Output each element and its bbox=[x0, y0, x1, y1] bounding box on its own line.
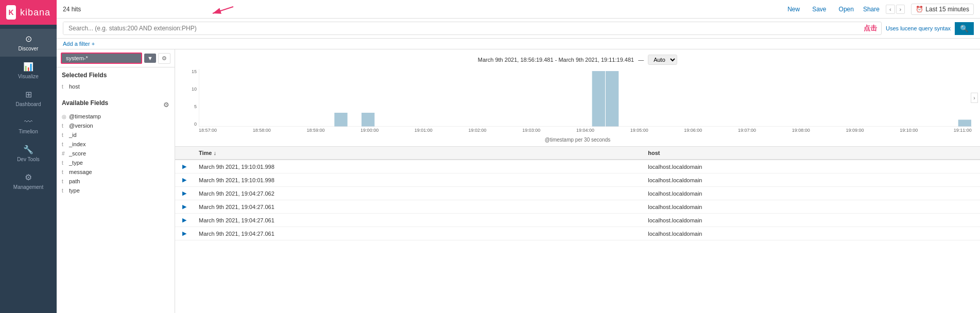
x-label-1857: 18:57:00 bbox=[199, 128, 217, 133]
sidebar-item-visualize[interactable]: 📊 Visualize bbox=[0, 57, 57, 84]
devtools-icon: 🔧 bbox=[23, 145, 33, 154]
selected-field-host: t host bbox=[62, 82, 169, 91]
save-button[interactable]: Save bbox=[809, 4, 829, 15]
new-button[interactable]: New bbox=[784, 4, 803, 15]
search-input[interactable] bbox=[63, 22, 859, 34]
available-fields-header: Available Fields ⚙ bbox=[57, 95, 175, 112]
x-axis-labels: 18:57:00 18:58:00 18:59:00 19:00:00 19:0… bbox=[199, 128, 972, 133]
row-host: localhost.localdomain bbox=[643, 160, 980, 173]
nav-arrows: ‹ › bbox=[886, 5, 905, 14]
field-name: _score bbox=[69, 150, 86, 156]
row-expand-cell: ▶ bbox=[175, 160, 194, 173]
row-host: localhost.localdomain bbox=[643, 227, 980, 240]
sidebar-item-dashboard[interactable]: ⊞ Dashboard bbox=[0, 84, 57, 112]
row-expand-cell: ▶ bbox=[175, 227, 194, 240]
hits-count: 24 hits bbox=[63, 6, 81, 13]
visualize-icon: 📊 bbox=[23, 62, 33, 72]
share-button[interactable]: Share bbox=[863, 6, 880, 13]
available-fields-list: ◎@timestampt@versiont_idt_index#_scoret_… bbox=[57, 112, 175, 195]
field-name-host: host bbox=[69, 83, 80, 90]
sidebar-item-management[interactable]: ⚙ Management bbox=[0, 167, 57, 195]
topbar-left: 24 hits bbox=[63, 6, 81, 13]
field-type: t bbox=[62, 188, 67, 194]
th-host[interactable]: host bbox=[643, 147, 980, 160]
x-label-1910: 19:10:00 bbox=[900, 128, 918, 133]
table-header-row: Time ↓ host bbox=[175, 147, 980, 160]
field-name: _type bbox=[69, 160, 83, 166]
chart-interval-select[interactable]: Auto bbox=[648, 55, 677, 65]
chart-bars-area: 18:57:00 18:58:00 18:59:00 19:00:00 19:0… bbox=[199, 69, 972, 136]
sidebar-item-devtools[interactable]: 🔧 Dev Tools bbox=[0, 140, 57, 167]
table-row: ▶ March 9th 2021, 19:04:27.061 localhost… bbox=[175, 200, 980, 214]
x-axis-label: @timestamp per 30 seconds bbox=[545, 137, 610, 143]
topbar-right: New Save Open Share ‹ › ⏰ Last 15 minute… bbox=[784, 4, 974, 15]
field-type: t bbox=[62, 179, 67, 184]
y-axis: 15 10 5 0 bbox=[183, 69, 199, 136]
chart-bar bbox=[362, 113, 374, 127]
row-expand-button[interactable]: ▶ bbox=[180, 203, 188, 210]
chart-collapse-button[interactable]: › bbox=[971, 93, 978, 103]
sidebar-item-discover[interactable]: ⊙ Discover bbox=[0, 29, 57, 57]
th-time[interactable]: Time ↓ bbox=[194, 147, 643, 160]
chart-separator: — bbox=[638, 57, 644, 63]
chart-bar bbox=[334, 113, 347, 127]
available-field-message: tmessage bbox=[62, 167, 169, 177]
field-type: t bbox=[62, 132, 67, 138]
nav-prev-button[interactable]: ‹ bbox=[886, 5, 895, 14]
index-pattern-bar: system-* ▼ ⚙ bbox=[57, 49, 175, 67]
time-picker-button[interactable]: ⏰ Last 15 minutes bbox=[911, 4, 974, 15]
results-table-area: Time ↓ host ▶ March 9th 2021, 19:10:01.9… bbox=[175, 147, 980, 313]
chart-area: March 9th 2021, 18:56:19.481 - March 9th… bbox=[175, 49, 980, 147]
field-type: # bbox=[62, 151, 67, 156]
nav-next-button[interactable]: › bbox=[896, 5, 905, 14]
y-tick-10: 10 bbox=[192, 86, 197, 92]
field-name: message bbox=[69, 169, 92, 175]
field-name: type bbox=[69, 187, 80, 194]
search-wrapper: 点击 bbox=[63, 22, 882, 35]
discover-icon: ⊙ bbox=[25, 34, 32, 44]
chart-footer: @timestamp per 30 seconds bbox=[183, 137, 972, 143]
available-field-path: tpath bbox=[62, 177, 169, 186]
row-expand-button[interactable]: ▶ bbox=[180, 163, 188, 170]
field-type: t bbox=[62, 123, 67, 129]
open-button[interactable]: Open bbox=[836, 4, 857, 15]
kibana-logo-icon: K bbox=[6, 5, 16, 20]
chart-bar bbox=[958, 120, 971, 127]
row-host: localhost.localdomain bbox=[643, 200, 980, 214]
field-type: t bbox=[62, 169, 67, 175]
row-expand-button[interactable]: ▶ bbox=[180, 190, 188, 197]
row-host: localhost.localdomain bbox=[643, 173, 980, 187]
row-expand-cell: ▶ bbox=[175, 214, 194, 227]
fields-gear-icon[interactable]: ⚙ bbox=[163, 101, 169, 109]
available-field-_index: t_index bbox=[62, 140, 169, 149]
row-time: March 9th 2021, 19:04:27.061 bbox=[194, 200, 643, 214]
row-expand-button[interactable]: ▶ bbox=[180, 230, 188, 237]
row-expand-cell: ▶ bbox=[175, 173, 194, 187]
sidebar-item-timelion[interactable]: 〰 Timelion bbox=[0, 112, 57, 140]
lucene-syntax-link[interactable]: Uses lucene query syntax bbox=[886, 25, 951, 31]
index-pattern-dropdown[interactable]: ▼ bbox=[144, 54, 156, 63]
y-tick-5: 5 bbox=[194, 104, 197, 109]
row-expand-cell: ▶ bbox=[175, 200, 194, 214]
index-gear-button[interactable]: ⚙ bbox=[158, 53, 170, 64]
filterbar: Add a filter + bbox=[57, 39, 980, 49]
row-expand-button[interactable]: ▶ bbox=[180, 177, 188, 183]
field-name: path bbox=[69, 178, 80, 184]
x-label-1904: 19:04:00 bbox=[576, 128, 594, 133]
content-area: system-* ▼ ⚙ Selected Fields t host Avai… bbox=[57, 49, 980, 313]
x-label-1905: 19:05:00 bbox=[630, 128, 648, 133]
timelion-icon: 〰 bbox=[24, 117, 32, 127]
dashboard-icon: ⊞ bbox=[25, 90, 32, 99]
x-label-1859: 18:59:00 bbox=[306, 128, 324, 133]
results-table: Time ↓ host ▶ March 9th 2021, 19:10:01.9… bbox=[175, 147, 980, 240]
x-label-1901: 19:01:00 bbox=[415, 128, 433, 133]
available-field-_score: #_score bbox=[62, 149, 169, 158]
search-button[interactable]: 🔍 bbox=[955, 22, 974, 35]
add-filter-button[interactable]: Add a filter + bbox=[63, 41, 974, 47]
field-type-host: t bbox=[62, 84, 67, 90]
row-expand-button[interactable]: ▶ bbox=[180, 217, 188, 223]
x-label-1906: 19:06:00 bbox=[684, 128, 702, 133]
time-label: Last 15 minutes bbox=[925, 6, 969, 13]
table-row: ▶ March 9th 2021, 19:04:27.062 localhost… bbox=[175, 187, 980, 200]
field-name: @version bbox=[69, 123, 93, 129]
